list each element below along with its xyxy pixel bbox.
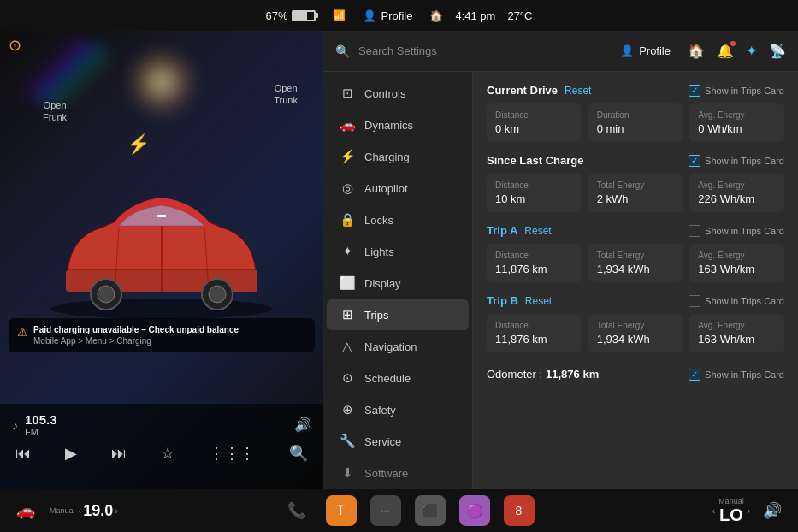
battery-percent: 67% xyxy=(266,9,288,22)
trip-a-reset[interactable]: Reset xyxy=(524,225,551,237)
odometer-checkbox[interactable]: ✓ xyxy=(689,369,700,381)
sidebar-item-safety[interactable]: ⊕ Safety xyxy=(327,394,469,425)
app-camera[interactable]: 🟣 xyxy=(459,495,490,526)
app-calendar[interactable]: 8 xyxy=(504,495,535,526)
right-panel: 🔍 Search Settings 👤 Profile 🏠 🔔 ✦ 📡 ⊡ Co… xyxy=(323,31,798,489)
left-arrow-fwd[interactable]: › xyxy=(115,505,118,516)
app-media[interactable]: ⬛ xyxy=(415,495,446,526)
since-charge-checkbox[interactable]: ✓ xyxy=(689,155,700,167)
status-time: 4:41 pm xyxy=(455,9,495,22)
controls-label: Controls xyxy=(364,87,405,100)
since-last-charge-title: Since Last Charge xyxy=(487,154,583,167)
favorite-button[interactable]: ☆ xyxy=(161,444,174,463)
phone-button[interactable]: 📞 xyxy=(281,495,312,526)
volume-control[interactable]: 🔊 xyxy=(757,495,788,526)
right-arrow-back[interactable]: ‹ xyxy=(712,506,715,516)
trip-b-header: Trip B Reset Show in Trips Card xyxy=(487,294,784,307)
status-bar: 67% 📶 👤 Profile 🏠 4:41 pm 27°C xyxy=(0,0,798,31)
bluetooth-icon[interactable]: ✦ xyxy=(746,43,757,59)
stat-trip-a-avg: Avg. Energy 163 Wh/km xyxy=(689,244,784,282)
stat-since-avg: Avg. Energy 226 Wh/km xyxy=(689,174,784,212)
wifi-icon[interactable]: 📡 xyxy=(769,43,786,59)
sidebar-item-software[interactable]: ⬇ Software xyxy=(327,458,469,488)
odometer-label: Odometer : xyxy=(487,368,542,381)
volume-icon[interactable]: 🔊 xyxy=(294,417,311,433)
sidebar-item-controls[interactable]: ⊡ Controls xyxy=(327,78,469,109)
trunk-label[interactable]: Open Trunk xyxy=(274,82,298,107)
car-icon[interactable]: 🚗 xyxy=(10,495,41,526)
sidebar-item-dynamics[interactable]: 🚗 Dynamics xyxy=(327,109,469,140)
current-drive-checkbox[interactable]: ✓ xyxy=(689,85,700,97)
sidebar-item-service[interactable]: 🔧 Service xyxy=(327,426,469,457)
current-drive-header: Current Drive Reset ✓ Show in Trips Card xyxy=(487,84,784,97)
trip-a-header: Trip A Reset Show in Trips Card xyxy=(487,224,784,237)
stat-since-energy: Total Energy 2 kWh xyxy=(588,174,683,212)
current-drive-title: Current Drive xyxy=(487,84,558,97)
sidebar-item-lights[interactable]: ✦ Lights xyxy=(327,236,469,267)
app-more[interactable]: ··· xyxy=(370,495,401,526)
status-profile[interactable]: 👤 Profile xyxy=(363,9,413,22)
bell-icon[interactable]: 🔔 xyxy=(717,43,734,59)
trip-a-checkbox[interactable] xyxy=(689,225,700,237)
charging-indicator: ⚡ xyxy=(127,133,150,156)
safety-label: Safety xyxy=(364,404,396,417)
trip-b-checkbox[interactable] xyxy=(689,295,700,307)
header-icons: 🏠 🔔 ✦ 📡 xyxy=(688,43,786,59)
stat-since-distance: Distance 10 km xyxy=(487,174,582,212)
frunk-label[interactable]: Open Frunk xyxy=(43,99,67,124)
right-gear-label: Manual xyxy=(718,497,744,505)
next-button[interactable]: ⏭ xyxy=(111,445,127,463)
charging-label: Charging xyxy=(364,151,410,163)
home-header-icon[interactable]: 🏠 xyxy=(688,43,705,59)
taskbar-center: 📞 T ··· ⬛ 🟣 8 xyxy=(181,495,634,526)
trip-a-stats: Distance 11,876 km Total Energy 1,934 kW… xyxy=(487,244,784,282)
current-drive-reset[interactable]: Reset xyxy=(565,85,591,97)
car-panel: ⊙ Open Frunk Open Trunk xyxy=(0,31,323,489)
trip-a-title: Trip A xyxy=(487,224,517,237)
sidebar-item-trips[interactable]: ⊞ Trips xyxy=(327,299,469,330)
header-profile[interactable]: 👤 Profile xyxy=(620,44,671,57)
header-profile-icon: 👤 xyxy=(620,44,634,57)
signal-icon: 📶 xyxy=(333,9,346,21)
stat-trip-a-energy: Total Energy 1,934 kWh xyxy=(588,244,683,282)
sidebar-item-schedule[interactable]: ⊙ Schedule xyxy=(327,363,469,393)
navigation-icon: △ xyxy=(339,339,356,354)
warning-box: ⚠ Paid charging unavailable – Check unpa… xyxy=(9,318,315,352)
prev-button[interactable]: ⏮ xyxy=(15,445,31,463)
left-arrow-back[interactable]: ‹ xyxy=(79,505,82,516)
sidebar-item-charging[interactable]: ⚡ Charging xyxy=(327,141,469,172)
display-icon: ⬜ xyxy=(339,275,356,291)
stat-duration: Duration 0 min xyxy=(588,103,683,142)
sidebar-item-locks[interactable]: 🔒 Locks xyxy=(327,204,469,235)
taskbar-left: 🚗 Manual ‹ 19.0 › xyxy=(10,495,181,526)
sidebar-item-autopilot[interactable]: ◎ Autopilot xyxy=(327,173,469,204)
left-gear-value: 19.0 xyxy=(83,502,113,520)
main-content: ⊡ Controls 🚗 Dynamics ⚡ Charging ◎ Autop… xyxy=(323,72,798,489)
right-arrow-fwd[interactable]: › xyxy=(748,506,750,516)
taskbar: 🚗 Manual ‹ 19.0 › 📞 T ··· ⬛ 🟣 8 ‹ Manual… xyxy=(0,489,798,532)
search-music-button[interactable]: 🔍 xyxy=(289,444,308,463)
music-controls: ⏮ ▶ ⏭ ☆ ⋮⋮⋮ 🔍 xyxy=(12,444,311,463)
search-icon: 🔍 xyxy=(335,44,350,58)
trip-a-section: Trip A Reset Show in Trips Card Distance… xyxy=(487,224,784,282)
header-profile-label: Profile xyxy=(639,44,671,57)
rainbow-effect xyxy=(17,39,120,108)
trip-b-section: Trip B Reset Show in Trips Card Distance… xyxy=(487,294,784,352)
charging-icon: ⚡ xyxy=(339,149,356,164)
sidebar-item-display[interactable]: ⬜ Display xyxy=(327,268,469,299)
sidebar-item-navigation[interactable]: △ Navigation xyxy=(327,331,469,362)
search-settings-input[interactable]: Search Settings xyxy=(358,44,603,57)
dynamics-icon: 🚗 xyxy=(339,117,356,133)
since-last-charge-header: Since Last Charge ✓ Show in Trips Card xyxy=(487,154,784,167)
svg-point-3 xyxy=(98,286,115,303)
music-note-icon: ♪ xyxy=(12,418,18,432)
stat-distance: Distance 0 km xyxy=(487,103,582,142)
app-tesla[interactable]: T xyxy=(326,495,357,526)
trip-b-title: Trip B xyxy=(487,294,518,307)
software-label: Software xyxy=(364,467,408,480)
trip-b-reset[interactable]: Reset xyxy=(525,295,552,307)
car-svg xyxy=(33,168,290,322)
status-temp: 27°C xyxy=(507,9,532,22)
play-button[interactable]: ▶ xyxy=(65,444,77,463)
equalizer-button[interactable]: ⋮⋮⋮ xyxy=(209,444,255,463)
